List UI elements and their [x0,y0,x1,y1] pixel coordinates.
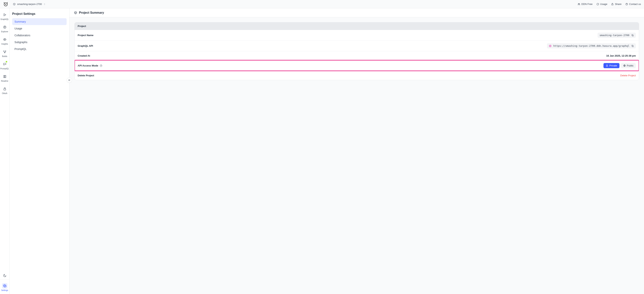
access-mode-toggle: Private Public [604,63,636,68]
lock-icon [606,64,608,67]
eye-icon [3,38,6,41]
lock-icon [611,3,614,5]
users-icon [578,3,580,5]
chevron-up-down-icon [44,3,46,5]
copy-project-name-button[interactable] [631,34,634,37]
sidebar: Project Settings Summary Usage Collabora… [10,8,70,294]
public-button[interactable]: Public [621,63,636,68]
sidebar-item-collaborators[interactable]: Collaborators [12,32,66,39]
rail-insights[interactable]: Insights [0,36,9,46]
rail-oauth[interactable]: OAuth [0,85,9,95]
copy-icon [631,45,634,47]
main-header: Project Summary [70,8,644,17]
chat-icon [3,62,6,66]
access-label: API Access Mode [78,64,98,67]
private-button[interactable]: Private [604,63,619,68]
page-title: Project Summary [79,11,104,14]
rail-promptql[interactable]: PromptQL [0,61,9,70]
svg-rect-18 [606,66,608,66]
row-project-name: Project Name smashing-tarpon-2700 [74,30,639,40]
created-label: Created At [78,54,90,57]
sidebar-title: Project Settings [12,12,66,15]
svg-point-10 [4,52,5,53]
rail-explorer[interactable]: Explorer [0,24,9,33]
delete-label: Delete Project [78,74,94,77]
created-value: 16 Jan 2025, 12:25:38 pm [606,54,636,57]
graphql-label: GraphQL API [78,44,93,47]
project-name-value: smashing-tarpon-2700 [600,34,629,37]
copy-graphql-url-button[interactable] [631,45,634,47]
play-icon [3,13,6,16]
gear-icon [3,284,6,288]
branch-icon [3,50,6,54]
svg-point-1 [578,3,579,4]
gauge-icon [596,3,599,5]
help-circle-icon[interactable] [100,64,102,67]
share-link[interactable]: Share [611,3,622,5]
graphql-url-chip: https://smashing-tarpon-2700.ddn.hasura.… [547,43,636,48]
row-created-at: Created At 16 Jan 2025, 12:25:38 pm [74,51,639,60]
sidebar-item-usage[interactable]: Usage [12,25,66,32]
ddn-free-link[interactable]: DDN Free [578,3,592,5]
globe-icon [623,64,626,67]
svg-point-9 [5,51,6,51]
svg-rect-11 [4,89,6,90]
project-name-chip: smashing-tarpon-2700 [598,33,636,38]
new-badge-icon [6,61,8,63]
icon-rail: GraphiQL Explorer Insights Builds Prompt… [0,8,10,294]
compass-icon [3,25,6,29]
hasura-logo[interactable] [3,1,8,7]
graphql-url-value: https://smashing-tarpon-2700.ddn.hasura.… [554,44,629,47]
project-switcher[interactable]: smashing-tarpon-2700 [12,2,47,6]
svg-point-7 [4,39,5,40]
topbar: smashing-tarpon-2700 DDN Free Usage Shar… [0,0,644,8]
project-name-label: Project Name [78,34,94,37]
lock-icon [3,87,6,91]
svg-point-12 [4,286,5,287]
help-icon [625,3,628,5]
svg-point-8 [4,51,4,51]
row-delete-project: Delete Project Delete Project [74,71,639,80]
card-header: Project [74,22,639,30]
rail-settings[interactable]: Settings [0,283,9,292]
project-name: smashing-tarpon-2700 [17,3,42,5]
row-api-access-mode: API Access Mode Private Public [74,60,639,71]
chevron-double-left-icon [68,79,70,81]
contact-link[interactable]: Contact us [625,3,641,5]
rail-builds[interactable]: Builds [0,48,9,58]
main: Project Summary Project Project Name sma… [70,8,644,294]
sidebar-item-promptql[interactable]: PromptQL [12,46,66,52]
book-icon [3,75,6,78]
svg-point-6 [4,26,6,28]
cube-icon [13,3,16,5]
copy-icon [631,34,634,37]
cube-icon [74,11,77,14]
svg-rect-4 [612,4,613,5]
usage-link[interactable]: Usage [596,3,608,5]
project-card: Project Project Name smashing-tarpon-270… [74,22,639,80]
theme-toggle[interactable] [0,272,9,280]
collapse-sidebar-button[interactable] [66,77,72,83]
graphql-icon [549,45,552,47]
row-graphql-api: GraphQL API https://smashing-tarpon-2700… [74,40,639,51]
rail-readme[interactable]: Readme [0,73,9,83]
svg-point-2 [579,3,580,4]
delete-project-button[interactable]: Delete Project [620,74,636,77]
sidebar-item-summary[interactable]: Summary [12,18,66,25]
rail-graphiql[interactable]: GraphiQL [0,11,9,21]
sidebar-item-subgraphs[interactable]: Subgraphs [12,39,66,46]
moon-icon [3,274,6,277]
